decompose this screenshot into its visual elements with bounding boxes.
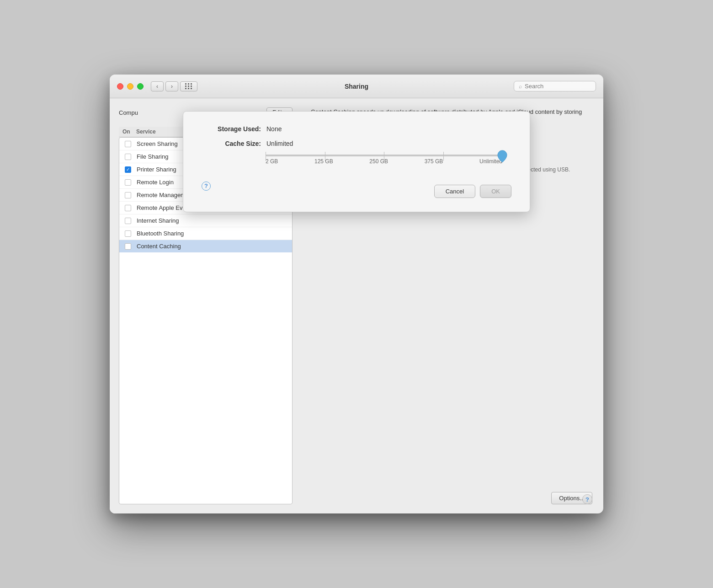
- storage-used-row: Storage Used: None: [202, 125, 511, 133]
- modal-sheet: Storage Used: None Cache Size: Unlimited: [183, 111, 530, 212]
- cache-size-row: Cache Size: Unlimited: [202, 140, 511, 147]
- modal-help-area: ?: [202, 182, 211, 191]
- main-window: ‹ › Sharing ⌕ Compu Edit... On Servic: [110, 75, 603, 513]
- slider-container[interactable]: 2 GB 125 GB 250 GB 375 GB Unlimited: [266, 155, 502, 165]
- modal-buttons: Cancel OK: [434, 185, 511, 198]
- slider-label-375gb: 375 GB: [425, 158, 443, 165]
- slider-label-250gb: 250 GB: [369, 158, 388, 165]
- storage-used-label: Storage Used:: [202, 125, 261, 133]
- slider-thumb[interactable]: [496, 150, 508, 165]
- cache-size-label: Cache Size:: [202, 140, 261, 147]
- cache-size-value: Unlimited: [266, 140, 293, 147]
- modal-overlay: Storage Used: None Cache Size: Unlimited: [110, 75, 603, 513]
- modal-cancel-button[interactable]: Cancel: [434, 185, 475, 198]
- slider-label-125gb: 125 GB: [314, 158, 333, 165]
- cache-size-slider-section: 2 GB 125 GB 250 GB 375 GB Unlimited: [202, 155, 511, 165]
- modal-help-button[interactable]: ?: [202, 182, 211, 191]
- slider-label-2gb: 2 GB: [266, 158, 278, 165]
- modal-ok-button[interactable]: OK: [480, 185, 511, 198]
- storage-used-value: None: [266, 125, 282, 133]
- modal-footer: ? Cancel OK: [202, 174, 511, 198]
